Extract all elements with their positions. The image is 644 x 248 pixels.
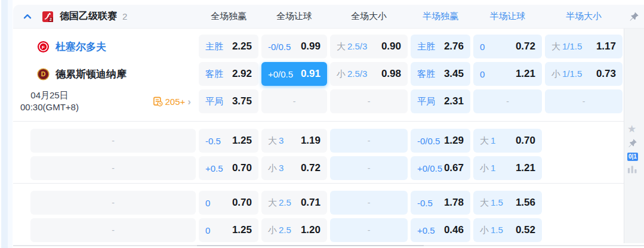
odds-cell-empty: - [261,89,327,113]
odds-cell-empty: - [545,89,623,113]
league-match-count: 2 [122,11,127,21]
league-odds-panel: 2 德国乙级联赛 2 全场独赢 全场让球 全场大小 半场独赢 半场让球 半场大小… [13,5,644,243]
home-team[interactable]: F 杜塞尔多夫 [13,40,106,54]
away-team-logo-icon: D [37,68,50,80]
odds-cell-ht-hcp[interactable]: +0.50.46 [411,218,470,242]
odds-cell-ft-over[interactable]: 大31.19 [261,129,327,153]
odds-cell-empty: - [330,156,408,180]
odds-cell-ft-win-away[interactable]: 客胜2.92 [199,62,258,86]
odds-row-away: D 德累斯顿迪纳摩 客胜2.92 +0/0.50.91 小2.5/30.98 客… [13,62,624,86]
odds-cell-ft-over[interactable]: 大2.5/30.90 [330,35,408,58]
odds-cell-ft-hcp[interactable]: +0.50.70 [199,156,258,180]
left-gutter-strip-light [8,0,13,248]
odds-cell-ft-draw[interactable]: 平局3.75 [199,89,258,113]
markets-count: 205+ [165,97,186,107]
odds-cell-empty: - [330,129,408,153]
match-date: 04月25日 [20,89,79,101]
odds-cell-empty: - [330,191,408,215]
odds-cell-ft-hcp[interactable]: -0.51.25 [199,129,258,153]
svg-text:D: D [41,70,46,78]
odds-cell-empty: - [330,89,408,113]
collapse-chevron-up-icon[interactable] [21,10,34,23]
odds-cell-ht-over[interactable]: 大10.70 [473,129,542,153]
league-title[interactable]: 德国乙级联赛 [60,10,117,23]
odds-cell-empty: - [30,191,196,215]
odds-cell-ft-win-home[interactable]: 主胜2.25 [199,35,258,58]
svg-text:F: F [42,44,45,49]
odds-block-main: F 杜塞尔多夫 主胜2.25 -0/0.50.99 大2.5/30.90 主胜2… [13,29,624,121]
odds-cell-ft-hcp[interactable]: 00.70 [199,191,258,215]
odds-cell-ft-under[interactable]: 小2.51.20 [261,218,327,242]
odds-row: - -0.51.25 大31.19 - -0/0.51.29 大10.70 [13,129,624,153]
odds-cell-empty: - [330,218,408,242]
match-datetime: 04月25日 00:30(GMT+8) [20,89,79,113]
odds-cell-empty: - [473,89,542,113]
home-team-name[interactable]: 杜塞尔多夫 [56,40,106,54]
horizontal-scrollbar[interactable] [13,245,644,246]
odds-row: - 01.25 小2.51.20 - +0.50.46 小1.50.52 [13,218,624,242]
odds-row-home: F 杜塞尔多夫 主胜2.25 -0/0.50.99 大2.5/30.90 主胜2… [13,35,624,58]
left-gutter-strip [1,0,8,248]
odds-row: - 00.70 大2.50.71 - -0.51.78 大1.51.56 [13,191,624,215]
odds-cell-ht-hcp[interactable]: +0/0.50.67 [411,156,470,180]
odds-cell-ht-hcp-away[interactable]: 01.21 [473,62,542,86]
markets-chevron-right-icon: › [187,97,191,107]
odds-block-alt-2: - 00.70 大2.50.71 - -0.51.78 大1.51.56 - 0… [13,183,624,242]
scrollbar-thumb[interactable] [197,245,424,246]
odds-cell-ht-under[interactable]: 小11.21 [473,156,542,180]
odds-cell-ft-over[interactable]: 大2.50.71 [261,191,327,215]
odds-table: F 杜塞尔多夫 主胜2.25 -0/0.50.99 大2.5/30.90 主胜2… [13,29,624,243]
stats-bar-chart-icon[interactable] [627,165,637,173]
odds-row-draw: 04月25日 00:30(GMT+8) 205+ › 平局3.75 - [13,89,624,113]
league-header-row: 2 德国乙级联赛 2 全场独赢 全场让球 全场大小 半场独赢 半场让球 半场大小 [13,5,644,29]
column-header-ft-1x2[interactable]: 全场独赢 [199,11,258,22]
more-markets-link[interactable]: 205+ › [153,97,191,107]
home-team-logo-icon: F [37,41,50,53]
odds-cell-ht-hcp[interactable]: -0/0.51.29 [411,129,470,153]
odds-cell-empty: - [30,156,196,180]
markets-doc-clock-icon [153,97,163,107]
odds-cell-ft-hcp-away-selected[interactable]: +0/0.50.91 [261,62,327,86]
odds-cell-ht-under[interactable]: 小1/1.50.73 [545,62,623,86]
odds-cell-ft-hcp-home[interactable]: -0/0.50.99 [261,35,327,58]
odds-cell-ht-under[interactable]: 小1.50.52 [473,218,542,242]
pin-icon[interactable] [627,138,637,148]
odds-cell-ht-draw[interactable]: 平局2.31 [411,89,470,113]
odds-cell-ht-win-away[interactable]: 客胜3.45 [411,62,470,86]
column-header-ft-overunder[interactable]: 全场大小 [330,11,408,22]
odds-cell-ht-win-home[interactable]: 主胜2.76 [411,35,470,58]
odds-cell-empty: - [30,218,196,242]
column-header-ft-handicap[interactable]: 全场让球 [261,11,327,22]
odds-body: F 杜塞尔多夫 主胜2.25 -0/0.50.99 大2.5/30.90 主胜2… [13,29,644,243]
favorite-star-icon[interactable]: ★ [627,124,636,134]
column-header-ht-1x2[interactable]: 半场独赢 [411,11,470,22]
svg-text:2: 2 [50,17,52,21]
pin-icon[interactable] [628,11,644,22]
column-header-ht-overunder[interactable]: 半场大小 [545,11,623,22]
column-header-ht-handicap[interactable]: 半场让球 [473,11,542,22]
odds-cell-ht-over[interactable]: 大1.51.56 [473,191,542,215]
odds-cell-empty: - [30,129,196,153]
odds-row: - +0.50.70 小30.72 - +0/0.50.67 小11.21 [13,156,624,180]
odds-cell-ft-under[interactable]: 小30.72 [261,156,327,180]
odds-cell-ft-under[interactable]: 小2.5/30.98 [330,62,408,86]
odds-cell-ht-hcp[interactable]: -0.51.78 [411,191,470,215]
match-time: 00:30(GMT+8) [20,101,79,113]
score-compare-badge[interactable]: 0|1 [627,153,638,161]
away-team[interactable]: D 德累斯顿迪纳摩 [13,67,127,81]
away-team-name[interactable]: 德累斯顿迪纳摩 [56,67,127,81]
odds-cell-ht-hcp-home[interactable]: 00.72 [473,35,542,58]
league-info: 2 德国乙级联赛 2 [13,10,196,23]
league-logo-icon: 2 [42,11,53,22]
odds-block-alt-1: - -0.51.25 大31.19 - -0/0.51.29 大10.70 - … [13,121,624,183]
right-tools-panel: ★ 0|1 [624,29,644,243]
odds-cell-ft-hcp[interactable]: 01.25 [199,218,258,242]
odds-cell-ht-over[interactable]: 大1/1.51.17 [545,35,623,58]
